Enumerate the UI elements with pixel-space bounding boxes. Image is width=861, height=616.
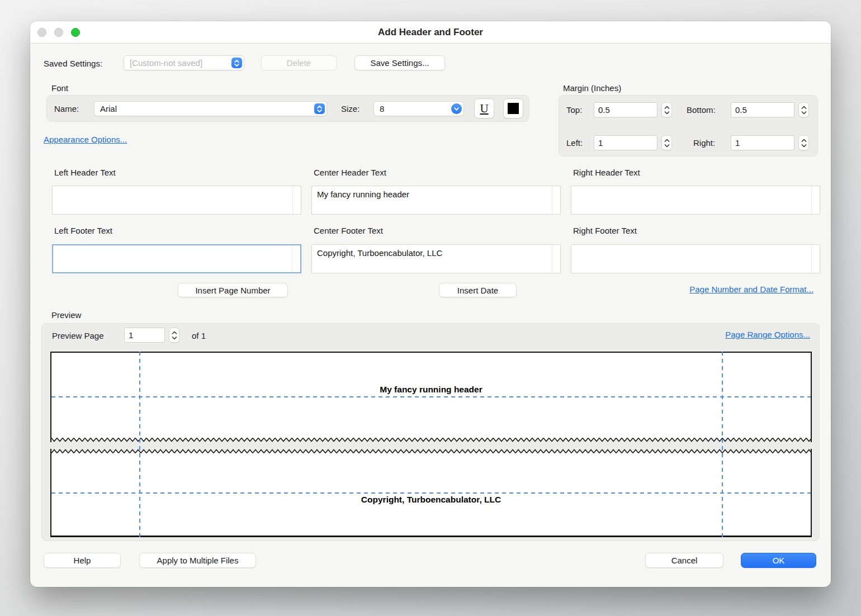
preview-header-text: My fancy running header	[50, 383, 812, 396]
margin-left-stepper[interactable]	[661, 135, 672, 150]
margin-top-stepper[interactable]	[661, 102, 672, 117]
ok-button[interactable]: OK	[741, 553, 816, 568]
popup-updown-icon	[231, 58, 242, 68]
cancel-button[interactable]: Cancel	[645, 553, 723, 568]
chevron-down-icon	[801, 144, 807, 148]
font-name-label: Name:	[54, 104, 79, 113]
chevron-down-icon	[664, 111, 670, 115]
scrollbar-gutter	[552, 186, 560, 214]
margin-top-label: Top:	[566, 105, 582, 115]
font-color-swatch	[508, 103, 519, 114]
center-header-label: Center Header Text	[314, 168, 386, 177]
scrollbar-gutter	[292, 245, 300, 272]
scrollbar-gutter	[811, 245, 820, 273]
insert-page-number-button[interactable]: Insert Page Number	[178, 283, 288, 297]
preview-page-stepper[interactable]	[169, 328, 179, 343]
right-header-label: Right Header Text	[573, 168, 640, 177]
font-section-label: Font	[51, 83, 68, 93]
margin-bottom-label: Bottom:	[687, 105, 716, 115]
left-header-label: Left Header Text	[54, 168, 116, 177]
underline-icon: U	[480, 103, 488, 115]
font-name-value: Arial	[100, 104, 314, 113]
saved-settings-select[interactable]: [Custom-not saved]	[124, 55, 244, 70]
underline-button[interactable]: U	[474, 98, 494, 119]
center-footer-label: Center Footer Text	[314, 226, 383, 235]
save-settings-button[interactable]: Save Settings...	[354, 55, 445, 70]
saved-settings-label: Saved Settings:	[44, 59, 102, 68]
font-name-select[interactable]: Arial	[94, 101, 327, 116]
margin-right-label: Right:	[693, 138, 715, 148]
header-margin-guide	[51, 396, 811, 397]
margin-left-input[interactable]	[594, 135, 657, 150]
margin-top-input[interactable]	[594, 102, 657, 117]
chevrons-updown-icon	[316, 105, 323, 113]
left-footer-label: Left Footer Text	[54, 226, 112, 235]
left-header-textarea[interactable]	[52, 186, 301, 215]
chevron-up-icon	[801, 106, 807, 110]
chevron-up-icon	[664, 139, 670, 143]
left-footer-textarea[interactable]	[52, 244, 301, 273]
font-color-button[interactable]	[503, 98, 523, 119]
torn-edge-icon	[51, 449, 811, 454]
right-margin-guide	[722, 352, 723, 537]
scrollbar-gutter	[552, 245, 560, 273]
preview-section-label: Preview	[51, 310, 81, 320]
window-title: Add Header and Footer	[30, 21, 831, 44]
left-margin-guide	[139, 352, 140, 537]
chevron-down-icon	[172, 336, 177, 340]
chevrons-updown-icon	[234, 59, 240, 67]
margin-panel: Top: Bottom: Left: Right:	[559, 95, 818, 157]
scrollbar-gutter	[811, 186, 820, 214]
page-preview: My fancy running header Copyright, Turbo…	[50, 352, 812, 537]
torn-edge-icon	[51, 437, 811, 442]
preview-page-input[interactable]	[124, 328, 165, 343]
appearance-options-link[interactable]: Appearance Options...	[44, 135, 127, 144]
center-footer-value: Copyright, Turboencabulator, LLC	[317, 248, 549, 258]
margin-section-label: Margin (Inches)	[563, 83, 621, 93]
preview-panel: Preview Page of 1 Page Range Options...	[41, 323, 820, 541]
right-footer-label: Right Footer Text	[573, 226, 637, 235]
font-size-label: Size:	[341, 104, 359, 113]
preview-of-label: of 1	[192, 331, 206, 340]
chevron-down-icon	[664, 144, 670, 148]
margin-bottom-stepper[interactable]	[798, 102, 809, 117]
margin-right-stepper[interactable]	[798, 135, 809, 150]
chevron-down-icon	[801, 111, 807, 115]
page-range-options-link[interactable]: Page Range Options...	[725, 330, 810, 339]
title-bar: Add Header and Footer	[30, 21, 831, 44]
chevron-down-icon	[453, 107, 460, 111]
chevron-up-icon	[664, 106, 670, 110]
preview-page-label: Preview Page	[52, 331, 104, 340]
saved-settings-value: [Custom-not saved]	[130, 58, 231, 68]
right-header-textarea[interactable]	[571, 186, 820, 215]
help-button[interactable]: Help	[44, 553, 121, 568]
font-size-combo[interactable]: 8	[373, 101, 464, 116]
apply-to-multiple-files-button[interactable]: Apply to Multiple Files	[139, 553, 256, 568]
insert-date-button[interactable]: Insert Date	[439, 283, 517, 297]
margin-left-label: Left:	[566, 138, 583, 148]
add-header-footer-dialog: Add Header and Footer Saved Settings: [C…	[30, 21, 831, 587]
center-footer-textarea[interactable]: Copyright, Turboencabulator, LLC	[311, 244, 561, 273]
chevron-up-icon	[172, 331, 177, 335]
font-panel: Name: Arial Size: 8 U	[46, 95, 529, 122]
font-size-value: 8	[380, 104, 451, 113]
combo-arrow-icon	[451, 103, 462, 114]
chevron-up-icon	[801, 139, 807, 143]
center-header-textarea[interactable]: My fancy running header	[311, 186, 561, 215]
popup-updown-icon	[314, 103, 325, 114]
page-number-date-format-link[interactable]: Page Number and Date Format...	[689, 285, 813, 294]
scrollbar-gutter	[292, 186, 301, 214]
margin-bottom-input[interactable]	[731, 102, 794, 117]
preview-footer-text: Copyright, Turboencabulator, LLC	[50, 494, 812, 506]
margin-right-input[interactable]	[731, 135, 794, 150]
right-footer-textarea[interactable]	[571, 244, 820, 273]
delete-button[interactable]: Delete	[261, 55, 337, 70]
center-header-value: My fancy running header	[317, 189, 549, 199]
